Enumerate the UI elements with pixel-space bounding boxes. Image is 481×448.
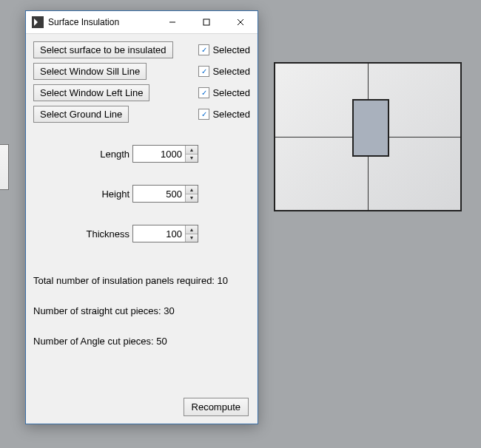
spinner-up-icon[interactable]: ▲	[186, 186, 198, 194]
select-window-left-button[interactable]: Select Window Left Line	[33, 84, 149, 101]
height-row: Height ▲ ▼	[33, 185, 250, 203]
surface-preview-panel	[274, 62, 462, 211]
titlebar: Surface Insulation	[26, 11, 258, 34]
select-surface-button[interactable]: Select surface to be insulated	[33, 41, 173, 58]
check-icon[interactable]: ✓	[198, 87, 209, 98]
results-block: Total number of insulation panels requir…	[33, 275, 250, 347]
spinner-down-icon[interactable]: ▼	[186, 194, 198, 203]
close-button[interactable]	[223, 11, 258, 33]
height-spinner: ▲ ▼	[132, 185, 198, 203]
selected-label: Selected	[212, 109, 250, 120]
check-icon[interactable]: ✓	[198, 109, 209, 120]
selector-row: Select Window Left Line ✓ Selected	[33, 84, 250, 101]
length-row: Length ▲ ▼	[33, 145, 250, 163]
selected-label: Selected	[212, 66, 250, 77]
spinner-down-icon[interactable]: ▼	[186, 155, 198, 163]
spinner-up-icon[interactable]: ▲	[186, 146, 198, 155]
surface-insulation-dialog: Surface Insulation Select surface to be …	[25, 10, 258, 424]
thickness-input[interactable]	[133, 225, 185, 242]
check-icon[interactable]: ✓	[198, 66, 209, 77]
select-ground-line-button[interactable]: Select Ground Line	[33, 106, 129, 123]
background-window-fragment	[0, 144, 9, 190]
result-angle-pieces: Number of Angle cut pieces: 50	[33, 336, 250, 347]
length-spinner: ▲ ▼	[132, 145, 198, 163]
maximize-button[interactable]	[189, 11, 223, 33]
selected-label: Selected	[212, 87, 250, 98]
result-total-panels: Total number of insulation panels requir…	[33, 275, 250, 286]
thickness-row: Thickness ▲ ▼	[33, 225, 250, 242]
selector-row: Select surface to be insulated ✓ Selecte…	[33, 41, 250, 58]
window-title: Surface Insulation	[48, 17, 155, 27]
select-window-sill-button[interactable]: Select Window Sill Line	[33, 63, 147, 80]
minimize-button[interactable]	[155, 11, 189, 33]
check-icon[interactable]: ✓	[198, 44, 209, 55]
height-input[interactable]	[133, 186, 185, 202]
thickness-spinner: ▲ ▼	[132, 225, 198, 242]
thickness-label: Thickness	[33, 228, 132, 240]
selector-row: Select Window Sill Line ✓ Selected	[33, 63, 250, 80]
window-opening-rect	[352, 99, 389, 157]
svg-rect-1	[204, 19, 209, 25]
client-area: Select surface to be insulated ✓ Selecte…	[26, 34, 258, 424]
recompute-button[interactable]: Recompute	[184, 398, 249, 416]
selector-row: Select Ground Line ✓ Selected	[33, 106, 250, 123]
app-icon	[32, 16, 44, 28]
spinner-down-icon[interactable]: ▼	[186, 234, 198, 242]
selected-label: Selected	[212, 44, 250, 55]
length-label: Length	[33, 149, 132, 160]
spinner-up-icon[interactable]: ▲	[186, 225, 198, 234]
height-label: Height	[33, 189, 132, 200]
result-straight-pieces: Number of straight cut pieces: 30	[33, 305, 250, 316]
length-input[interactable]	[133, 146, 185, 162]
